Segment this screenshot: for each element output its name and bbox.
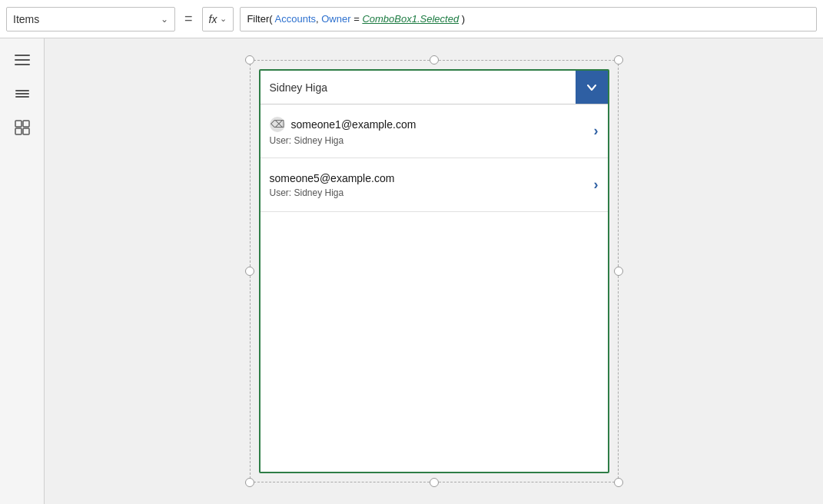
gallery-item-2-email: someone5@example.com	[270, 172, 594, 184]
handle-top-middle[interactable]	[430, 55, 439, 65]
handle-middle-left[interactable]	[245, 267, 254, 276]
gallery-item-1-email: someone1@example.com	[291, 118, 416, 131]
sidebar	[0, 38, 45, 504]
handle-top-left[interactable]	[245, 55, 254, 65]
sidebar-item-components[interactable]	[13, 118, 32, 137]
block-icon-1: ⌫	[270, 117, 285, 132]
handle-middle-right[interactable]	[614, 267, 623, 276]
gallery-item-1-arrow-icon: ›	[594, 123, 599, 139]
gallery-empty-area	[261, 212, 608, 473]
formula-owner: Owner	[319, 13, 351, 25]
gallery-item[interactable]: someone5@example.com User: Sidney Higa ›	[261, 158, 608, 212]
toolbar: Items ⌄ = fx ⌄ Filter( Accounts, Owner =…	[0, 0, 823, 38]
sidebar-item-layers[interactable]	[13, 85, 32, 103]
svg-rect-1	[15, 93, 29, 94]
svg-rect-3	[15, 121, 22, 127]
formula-combobox-ref: ComboBox1.Selected	[362, 13, 459, 25]
svg-rect-5	[15, 128, 22, 134]
hamburger-line-3	[15, 64, 30, 65]
svg-rect-4	[23, 121, 29, 127]
hamburger-line-1	[15, 55, 30, 56]
handle-top-right[interactable]	[614, 55, 623, 65]
equals-sign: =	[181, 11, 196, 27]
fx-chevron-icon: ⌄	[220, 14, 227, 24]
fx-button[interactable]: fx ⌄	[202, 7, 234, 32]
gallery-widget: ⌫ someone1@example.com User: Sidney Higa…	[259, 69, 609, 473]
formula-filter-keyword: Filter	[247, 13, 269, 25]
handle-bottom-left[interactable]	[245, 478, 254, 487]
gallery-item-1-content: ⌫ someone1@example.com User: Sidney Higa	[270, 117, 594, 146]
formula-accounts: Accounts	[273, 13, 316, 25]
items-dropdown[interactable]: Items ⌄	[6, 7, 175, 32]
gallery-item-1-icon-area: ⌫ someone1@example.com	[270, 117, 594, 132]
formula-text: Filter( Accounts, Owner = ComboBox1.Sele…	[247, 13, 465, 25]
combobox-input[interactable]	[261, 71, 576, 104]
layers-icon	[14, 85, 31, 102]
formula-eq: =	[351, 13, 363, 25]
svg-rect-6	[23, 128, 29, 134]
svg-rect-2	[15, 96, 29, 98]
components-icon	[14, 119, 31, 136]
canvas-area: ⌫ someone1@example.com User: Sidney Higa…	[45, 38, 823, 504]
widget-container: ⌫ someone1@example.com User: Sidney Higa…	[250, 60, 619, 482]
formula-bar[interactable]: Filter( Accounts, Owner = ComboBox1.Sele…	[240, 7, 817, 32]
hamburger-line-2	[15, 59, 30, 61]
formula-close-paren: )	[459, 13, 465, 25]
gallery-item-2-content: someone5@example.com User: Sidney Higa	[270, 172, 594, 198]
items-chevron-icon: ⌄	[161, 14, 168, 25]
fx-icon: fx	[209, 13, 217, 25]
handle-bottom-middle[interactable]	[430, 478, 439, 487]
gallery-item-1-user: User: Sidney Higa	[270, 135, 594, 146]
gallery-items-list: ⌫ someone1@example.com User: Sidney Higa…	[261, 104, 608, 473]
handle-bottom-right[interactable]	[614, 478, 623, 487]
gallery-item[interactable]: ⌫ someone1@example.com User: Sidney Higa…	[261, 104, 608, 158]
combobox-dropdown-icon	[586, 81, 598, 94]
combobox-dropdown-button[interactable]	[576, 71, 608, 104]
sidebar-item-menu[interactable]	[13, 51, 32, 69]
items-label: Items	[13, 13, 39, 25]
combobox-bar	[261, 71, 608, 104]
gallery-item-2-user: User: Sidney Higa	[270, 187, 594, 198]
gallery-item-2-arrow-icon: ›	[594, 177, 599, 193]
svg-rect-0	[15, 90, 29, 91]
